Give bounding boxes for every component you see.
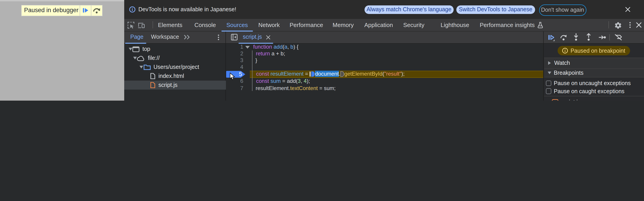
svg-text:5: 5 — [239, 71, 242, 77]
